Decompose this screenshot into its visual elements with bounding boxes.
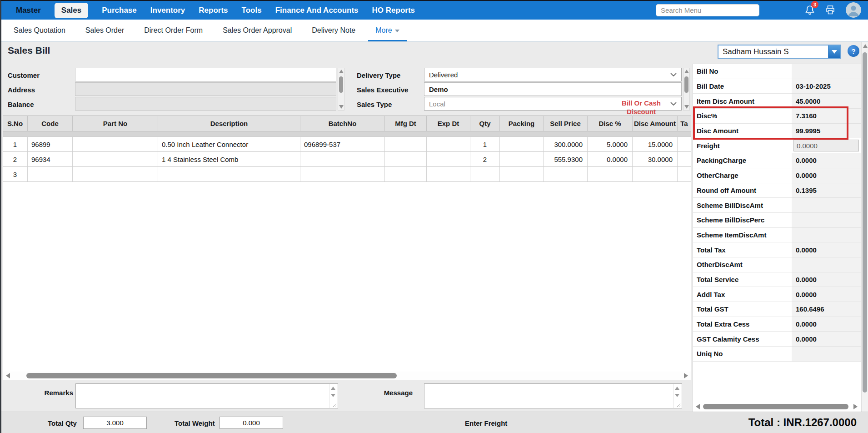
delivery-type-select[interactable]: Delivered (424, 68, 682, 81)
cell-sell-price[interactable]: 300.0000 (544, 137, 588, 152)
col-header-exp-dt[interactable]: Exp Dt (427, 116, 470, 131)
sales-executive-field[interactable]: Demo (424, 82, 682, 96)
col-header-qty[interactable]: Qty (470, 116, 500, 131)
cell-code[interactable]: 96934 (28, 152, 73, 167)
panel-horizontal-scrollbar[interactable] (695, 403, 858, 410)
cell-batch-no[interactable] (300, 152, 385, 167)
cell-exp-dt[interactable] (427, 167, 470, 182)
scrollbar-thumb[interactable] (339, 76, 343, 93)
scroll-up-arrow-icon[interactable] (675, 387, 679, 390)
user-avatar[interactable] (846, 2, 861, 18)
col-header-batch-no[interactable]: BatchNo (300, 116, 385, 131)
tab-sales-quotation[interactable]: Sales Quotation (14, 20, 65, 41)
help-icon[interactable]: ? (848, 45, 859, 57)
cell-tax[interactable] (678, 152, 691, 167)
user-select-dropdown-button[interactable] (828, 45, 840, 58)
cell-qty[interactable] (470, 167, 500, 182)
cell-tax[interactable] (678, 167, 691, 182)
scroll-down-arrow-icon[interactable] (675, 394, 679, 397)
cell-disc-amount[interactable] (633, 167, 678, 182)
cell-sell-price[interactable] (544, 167, 588, 182)
cell-sno[interactable]: 3 (3, 167, 28, 182)
cell-packing[interactable] (500, 152, 544, 167)
cell-packing[interactable] (500, 167, 544, 182)
nav-item-purchase[interactable]: Purchase (102, 6, 137, 15)
col-header-description[interactable]: Description (158, 116, 300, 131)
cell-qty[interactable]: 2 (470, 152, 500, 167)
message-textarea[interactable] (424, 383, 682, 408)
scroll-up-arrow-icon[interactable] (339, 70, 344, 73)
page-vertical-scrollbar[interactable] (861, 42, 868, 433)
cell-part-no[interactable] (73, 137, 158, 152)
scroll-right-arrow-icon[interactable] (853, 404, 858, 409)
tab-sales-order[interactable]: Sales Order (85, 20, 124, 41)
search-input[interactable] (656, 4, 759, 16)
col-header-disc-pct[interactable]: Disc % (588, 116, 633, 131)
cell-batch-no[interactable]: 096899-537 (300, 137, 385, 152)
scroll-down-arrow-icon[interactable] (684, 105, 689, 109)
cell-exp-dt[interactable] (427, 137, 470, 152)
col-header-part-no[interactable]: Part No (73, 116, 158, 131)
cell-tax[interactable] (678, 137, 691, 152)
scroll-down-arrow-icon[interactable] (331, 394, 335, 397)
scrollbar-thumb[interactable] (863, 52, 867, 393)
scroll-down-arrow-icon[interactable] (339, 105, 344, 109)
cell-disc-amount[interactable]: 15.0000 (633, 137, 678, 152)
user-select[interactable]: Sadham Hussain S (718, 45, 841, 59)
cell-disc-amount[interactable]: 30.0000 (633, 152, 678, 167)
cell-sno[interactable]: 2 (3, 152, 28, 167)
cell-code[interactable] (28, 167, 73, 182)
cell-description[interactable]: 1 4 Stainless Steel Comb (158, 152, 300, 167)
scrollbar-thumb[interactable] (26, 373, 397, 378)
col-header-code[interactable]: Code (28, 116, 73, 131)
nav-item-inventory[interactable]: Inventory (150, 6, 185, 15)
cell-mfg-dt[interactable] (385, 152, 427, 167)
total-weight-field[interactable] (219, 417, 283, 429)
resize-handle[interactable] (332, 403, 337, 407)
cell-part-no[interactable] (73, 167, 158, 182)
grid-horizontal-scrollbar[interactable] (3, 372, 691, 380)
col-header-tax[interactable]: Ta (678, 116, 691, 131)
nav-item-sales[interactable]: Sales (55, 3, 88, 18)
scroll-up-arrow-icon[interactable] (684, 70, 689, 73)
cell-sno[interactable]: 1 (3, 137, 28, 152)
nav-item-tools[interactable]: Tools (242, 6, 262, 15)
cell-mfg-dt[interactable] (385, 137, 427, 152)
customer-input[interactable] (75, 68, 336, 81)
col-header-sno[interactable]: S.No (3, 116, 28, 131)
nav-item-ho-reports[interactable]: HO Reports (372, 6, 415, 15)
tab-more[interactable]: More (375, 20, 399, 41)
scrollbar-thumb[interactable] (703, 404, 848, 409)
cell-packing[interactable] (500, 137, 544, 152)
cell-code[interactable]: 96899 (28, 137, 73, 152)
cell-description[interactable]: 0.50 Inch Leather Connector (158, 137, 300, 152)
cell-exp-dt[interactable] (427, 152, 470, 167)
remarks-textarea[interactable] (75, 383, 338, 408)
cell-disc-pct[interactable]: 0.0000 (588, 152, 633, 167)
col-header-disc-amount[interactable]: Disc Amount (633, 116, 678, 131)
scroll-up-arrow-icon[interactable] (863, 44, 868, 48)
cell-disc-pct[interactable] (588, 167, 633, 182)
cell-description[interactable] (158, 167, 300, 182)
col-header-mfg-dt[interactable]: Mfg Dt (385, 116, 427, 131)
scroll-left-arrow-icon[interactable] (6, 373, 10, 378)
total-qty-field[interactable] (83, 417, 147, 429)
cell-mfg-dt[interactable] (385, 167, 427, 182)
nav-item-finance[interactable]: Finance And Accounts (275, 6, 359, 15)
cell-batch-no[interactable] (300, 167, 385, 182)
cell-qty[interactable]: 1 (470, 137, 500, 152)
form-right-scrollbar[interactable] (683, 68, 690, 111)
scrollbar-thumb[interactable] (684, 76, 688, 93)
form-left-scrollbar[interactable] (338, 68, 344, 111)
col-header-sell-price[interactable]: Sell Price (544, 116, 588, 131)
cell-sell-price[interactable]: 555.9300 (544, 152, 588, 167)
tab-delivery-note[interactable]: Delivery Note (312, 20, 355, 41)
cell-disc-pct[interactable]: 5.0000 (588, 137, 633, 152)
scroll-up-arrow-icon[interactable] (331, 387, 335, 390)
col-header-packing[interactable]: Packing (500, 116, 544, 131)
scroll-left-arrow-icon[interactable] (696, 404, 700, 409)
nav-item-reports[interactable]: Reports (199, 6, 228, 15)
tab-direct-order-form[interactable]: Direct Order Form (144, 20, 203, 41)
printer-icon[interactable] (825, 5, 836, 15)
scroll-right-arrow-icon[interactable] (684, 373, 688, 378)
